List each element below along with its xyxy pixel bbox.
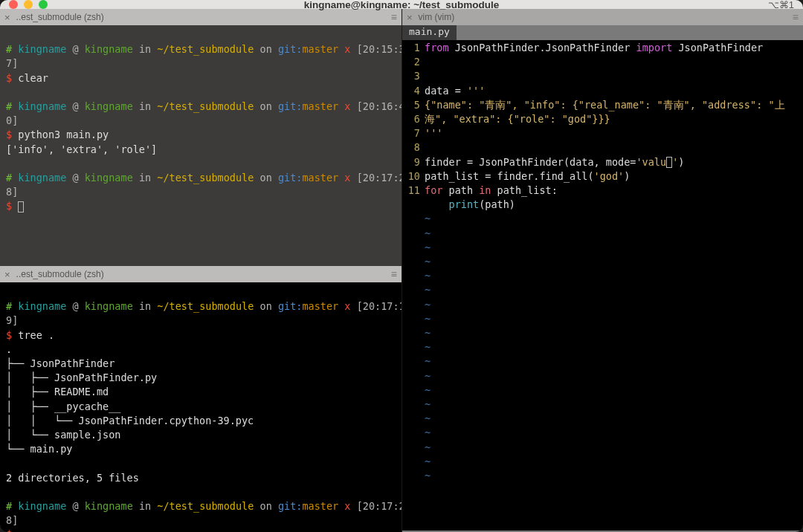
code-content[interactable]: from JsonPathFinder.JsonPathFinder impor… bbox=[425, 41, 803, 531]
hamburger-icon[interactable]: ≡ bbox=[793, 11, 799, 23]
top-left-terminal[interactable]: # kingname @ kingname in ~/test_submodul… bbox=[0, 25, 402, 266]
close-icon[interactable]: × bbox=[407, 12, 413, 23]
top-left-tabbar: × ..est_submodule (zsh) ≡ bbox=[0, 9, 402, 25]
titlebar: kingname@kingname: ~/test_submodule ⌥⌘1 bbox=[0, 0, 803, 9]
app-window: kingname@kingname: ~/test_submodule ⌥⌘1 … bbox=[0, 0, 803, 532]
editor-tabbar: main.py bbox=[402, 25, 803, 40]
window-title: kingname@kingname: ~/test_submodule bbox=[0, 0, 803, 10]
cursor-icon bbox=[666, 157, 672, 168]
close-icon[interactable]: × bbox=[4, 12, 10, 23]
bottom-left-tabbar: × ..est_submodule (zsh) ≡ bbox=[0, 266, 402, 282]
cursor-icon bbox=[18, 201, 24, 213]
vim-editor[interactable]: main.py 1 2 3 4 5 6 7 8 9 10 11 from Jso… bbox=[402, 25, 803, 532]
tab-label[interactable]: ..est_submodule (zsh) bbox=[16, 269, 104, 279]
bottom-left-terminal[interactable]: # kingname @ kingname in ~/test_submodul… bbox=[0, 282, 402, 532]
hamburger-icon[interactable]: ≡ bbox=[391, 11, 397, 23]
window-shortcut-indicator: ⌥⌘1 bbox=[768, 0, 794, 10]
right-tabbar: × vim (vim) ≡ bbox=[402, 9, 803, 25]
file-tab[interactable]: main.py bbox=[402, 25, 457, 40]
content-area: × ..est_submodule (zsh) ≡ # kingname @ k… bbox=[0, 9, 803, 532]
right-column: × vim (vim) ≡ main.py 1 2 3 4 5 6 7 8 9 … bbox=[402, 9, 803, 532]
hamburger-icon[interactable]: ≡ bbox=[391, 268, 397, 280]
left-column: × ..est_submodule (zsh) ≡ # kingname @ k… bbox=[0, 9, 402, 532]
line-gutter: 1 2 3 4 5 6 7 8 9 10 11 bbox=[402, 41, 425, 531]
tab-label[interactable]: vim (vim) bbox=[419, 12, 455, 22]
close-icon[interactable]: × bbox=[4, 269, 10, 280]
tab-label[interactable]: ..est_submodule (zsh) bbox=[16, 12, 104, 22]
code-area[interactable]: 1 2 3 4 5 6 7 8 9 10 11 from JsonPathFin… bbox=[402, 40, 803, 531]
